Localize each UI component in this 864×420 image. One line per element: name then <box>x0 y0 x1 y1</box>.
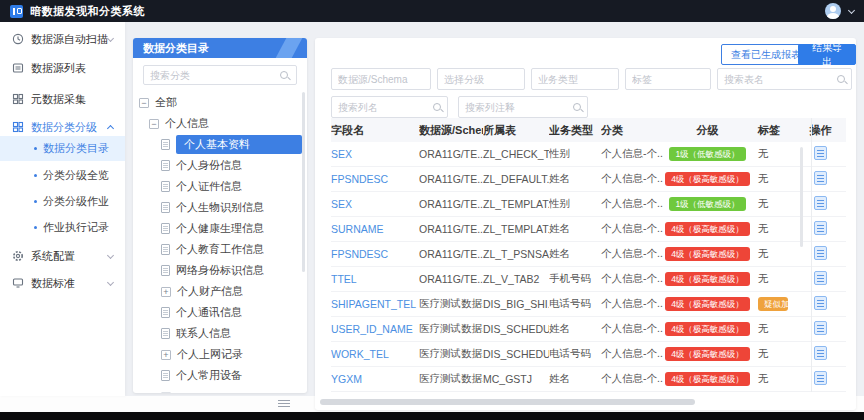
cell-table: ZL_TEMPLAT... <box>483 223 549 235</box>
detail-icon[interactable] <box>814 146 827 160</box>
col-header-tag: 标签 <box>758 123 795 138</box>
table-row[interactable]: FPSNDESC ORA11G/TE... ZL_DEFAULT... 姓名 个… <box>331 167 846 192</box>
sidebar-subitem-job-history[interactable]: 作业执行记录 <box>0 215 125 240</box>
table-search-box[interactable] <box>717 68 852 90</box>
sidebar-item-label: 数据源列表 <box>31 61 86 76</box>
col-header-field: 字段名 <box>331 123 419 138</box>
sidebar-subitem-classification-overview[interactable]: 分类分级全览 <box>0 163 125 188</box>
table-horizontal-scrollbar[interactable] <box>320 399 695 405</box>
user-menu-chevron-icon[interactable] <box>848 6 855 13</box>
tree-node-partial[interactable]: − <box>133 386 307 393</box>
sidebar-item-system-config[interactable]: 系统配置 <box>0 243 125 269</box>
table-row[interactable]: WORK_TEL 医疗测试数据... DIS_SCHEDU... 电话号码 个人… <box>331 342 846 367</box>
biz-type-filter[interactable] <box>531 68 619 90</box>
tree-node-common-device[interactable]: 个人常用设备 <box>133 365 307 386</box>
field-name-link[interactable]: USER_ID_NAME <box>331 323 413 335</box>
sidebar-subitem-label: 作业执行记录 <box>43 220 109 235</box>
column-search-box[interactable] <box>331 96 448 118</box>
level-filter-input[interactable] <box>444 74 518 85</box>
tree-node-communication-info[interactable]: 个人通讯信息 <box>133 302 307 323</box>
detail-icon[interactable] <box>814 171 827 185</box>
sidebar-subitem-classification-catalog[interactable]: 数据分类目录 <box>0 136 125 161</box>
app-root: 暗数据发现和分类系统 数据源自动扫描 数据源列表 元数据采集 <box>0 0 864 420</box>
detail-icon[interactable] <box>814 246 827 260</box>
table-row[interactable]: FPSNDESC ORA11G/TE... ZL_T_PSNSA... 姓名 个… <box>331 242 846 267</box>
app-logo-icon <box>10 5 23 18</box>
field-name-link[interactable]: SURNAME <box>331 223 384 235</box>
field-name-link[interactable]: TTEL <box>331 273 357 285</box>
tree-node-certificate-info[interactable]: 个人证件信息 <box>133 176 307 197</box>
comment-search-input[interactable] <box>465 102 569 113</box>
comment-search-box[interactable] <box>458 96 588 118</box>
sidebar-subitem-label: 分类分级全览 <box>43 168 109 183</box>
table-row[interactable]: SEX ORA11G/TE... ZL_TEMPLAT... 性别 个人信息-个… <box>331 192 846 217</box>
table-vertical-scrollbar[interactable] <box>800 147 803 247</box>
tree-search-input[interactable] <box>144 70 280 81</box>
tree-node-basic-profile[interactable]: 个人基本资料 <box>133 134 307 155</box>
table-search-input[interactable] <box>724 74 833 85</box>
level-badge: 4级（极高敏感级） <box>665 247 750 261</box>
tree-node-education-work-info[interactable]: 个人教育工作信息 <box>133 239 307 260</box>
tree-node-property-info[interactable]: + 个人财产信息 <box>133 281 307 302</box>
table-row[interactable]: YGXM 医疗测试数据... MC_GSTJ 姓名 个人信息-个... 4级（极… <box>331 367 846 392</box>
cell-schema: ORA11G/TE... <box>419 273 483 285</box>
detail-icon[interactable] <box>814 296 827 310</box>
tree-node-browsing-record[interactable]: + 个人上网记录 <box>133 344 307 365</box>
field-name-link[interactable]: FPSNDESC <box>331 173 388 185</box>
detail-icon[interactable] <box>814 221 827 235</box>
export-button[interactable]: 结果导出 <box>798 44 856 65</box>
expand-plus-icon[interactable]: + <box>161 287 171 297</box>
level-badge: 4级（极高敏感级） <box>665 272 750 286</box>
detail-icon[interactable] <box>814 196 827 210</box>
detail-icon[interactable] <box>814 321 827 335</box>
sidebar-item-data-standard[interactable]: 数据标准 <box>0 270 125 296</box>
table-row[interactable]: SHIPAGENT_TEL 医疗测试数据... DIS_BIG_SHI... 电… <box>331 292 846 317</box>
expand-plus-icon[interactable]: + <box>161 350 171 360</box>
detail-icon[interactable] <box>814 346 827 360</box>
tag-filter-input[interactable] <box>632 74 704 85</box>
field-name-link[interactable]: SEX <box>331 198 352 210</box>
datasource-filter-input[interactable] <box>338 74 424 85</box>
tree-node-network-identity-info[interactable]: 网络身份标识信息 <box>133 260 307 281</box>
field-name-link[interactable]: FPSNDESC <box>331 248 388 260</box>
tree-search-box[interactable] <box>143 65 297 85</box>
detail-icon[interactable] <box>814 371 827 385</box>
field-name-link[interactable]: YGXM <box>331 373 362 385</box>
column-search-input[interactable] <box>338 102 429 113</box>
tree-node-identity-info[interactable]: 个人身份信息 <box>133 155 307 176</box>
tree-scrollbar[interactable] <box>302 92 305 272</box>
field-name-link[interactable]: SHIPAGENT_TEL <box>331 298 416 310</box>
collapse-minus-icon[interactable]: − <box>139 98 149 108</box>
table-row[interactable]: TTEL ORA11G/TE... ZL_V_TAB2 手机号码 个人信息-个.… <box>331 267 846 292</box>
search-icon <box>573 103 581 111</box>
panel-collapse-icon[interactable] <box>278 400 290 409</box>
level-filter[interactable] <box>437 68 525 90</box>
table-row[interactable]: USER_ID_NAME 医疗测试数据... DIS_SCHEDU... 姓名 … <box>331 317 846 342</box>
sidebar-item-metadata[interactable]: 元数据采集 <box>0 86 125 112</box>
sidebar-item-auto-scan[interactable]: 数据源自动扫描 <box>0 26 125 52</box>
document-icon <box>161 139 170 150</box>
detail-icon[interactable] <box>814 271 827 285</box>
tree-node-personal-info[interactable]: − 个人信息 <box>133 113 307 134</box>
tree-node-biometric-info[interactable]: 个人生物识别信息 <box>133 197 307 218</box>
field-name-link[interactable]: SEX <box>331 148 352 160</box>
sidebar-item-datasource-list[interactable]: 数据源列表 <box>0 55 125 81</box>
field-name-link[interactable]: WORK_TEL <box>331 348 389 360</box>
biz-type-filter-input[interactable] <box>538 74 612 85</box>
sidebar-subitem-label: 数据分类目录 <box>43 141 109 156</box>
collapse-minus-icon[interactable]: − <box>149 119 159 129</box>
bullet-dot-icon <box>34 174 37 177</box>
user-avatar[interactable] <box>825 3 841 19</box>
cell-table: MC_GSTJ <box>483 373 549 385</box>
datasource-filter[interactable] <box>331 68 431 90</box>
cell-biz-type: 姓名 <box>549 172 601 186</box>
table-row[interactable]: SEX ORA11G/TE... ZL_CHECK_T... 性别 个人信息-个… <box>331 142 846 167</box>
tree-node-health-info[interactable]: 个人健康生理信息 <box>133 218 307 239</box>
tag-filter[interactable] <box>625 68 711 90</box>
tree-node-contact-info[interactable]: 联系人信息 <box>133 323 307 344</box>
tree-node-all[interactable]: − 全部 <box>133 92 307 113</box>
sidebar-subitem-classification-jobs[interactable]: 分类分级作业 <box>0 189 125 214</box>
bullet-dot-icon <box>34 147 37 150</box>
cell-table: ZL_DEFAULT... <box>483 173 549 185</box>
table-row[interactable]: SURNAME ORA11G/TE... ZL_TEMPLAT... 姓名 个人… <box>331 217 846 242</box>
